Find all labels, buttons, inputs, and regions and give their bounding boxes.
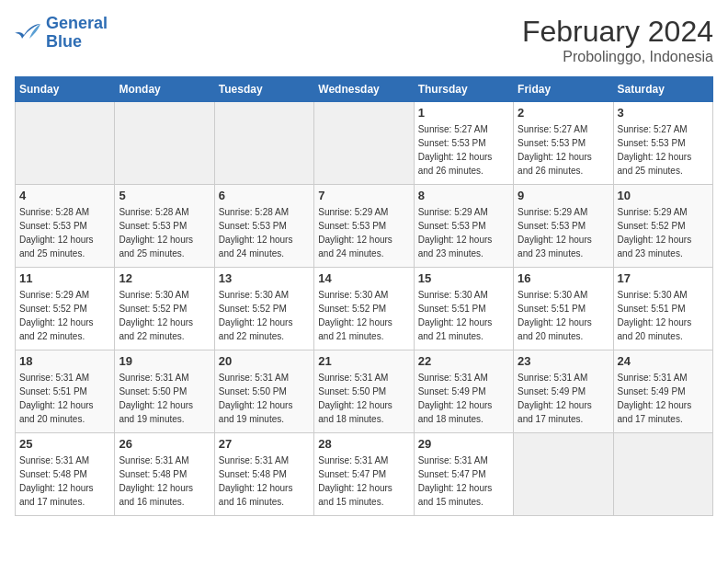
table-row: 8Sunrise: 5:29 AMSunset: 5:53 PMDaylight… [414,185,513,268]
table-row: 24Sunrise: 5:31 AMSunset: 5:49 PMDayligh… [613,350,712,433]
table-row [314,102,414,185]
table-row: 17Sunrise: 5:30 AMSunset: 5:51 PMDayligh… [613,268,712,350]
day-info: Sunrise: 5:28 AMSunset: 5:53 PMDaylight:… [119,205,210,260]
table-row: 7Sunrise: 5:29 AMSunset: 5:53 PMDaylight… [314,185,414,268]
table-row: 19Sunrise: 5:31 AMSunset: 5:50 PMDayligh… [115,350,214,433]
table-row [115,102,214,185]
day-number: 19 [119,354,210,368]
day-number: 26 [119,437,210,451]
table-row: 23Sunrise: 5:31 AMSunset: 5:49 PMDayligh… [514,350,613,433]
day-info: Sunrise: 5:31 AMSunset: 5:48 PMDaylight:… [219,454,310,509]
day-info: Sunrise: 5:29 AMSunset: 5:52 PMDaylight:… [618,205,709,260]
logo-text-line1: General [46,15,108,33]
calendar-week-row: 1Sunrise: 5:27 AMSunset: 5:53 PMDaylight… [16,102,713,185]
day-number: 16 [518,271,609,285]
day-info: Sunrise: 5:31 AMSunset: 5:50 PMDaylight:… [318,371,409,426]
calendar-table: Sunday Monday Tuesday Wednesday Thursday… [15,76,713,516]
calendar-subtitle: Probolinggo, Indonesia [522,49,713,65]
table-row: 18Sunrise: 5:31 AMSunset: 5:51 PMDayligh… [16,350,115,433]
calendar-week-row: 18Sunrise: 5:31 AMSunset: 5:51 PMDayligh… [16,350,713,433]
header-wednesday: Wednesday [314,77,414,102]
day-info: Sunrise: 5:27 AMSunset: 5:53 PMDaylight:… [418,122,509,178]
table-row: 26Sunrise: 5:31 AMSunset: 5:48 PMDayligh… [115,433,214,516]
day-info: Sunrise: 5:31 AMSunset: 5:51 PMDaylight:… [19,371,110,426]
table-row: 28Sunrise: 5:31 AMSunset: 5:47 PMDayligh… [314,433,414,516]
day-info: Sunrise: 5:27 AMSunset: 5:53 PMDaylight:… [518,122,609,178]
day-number: 21 [318,354,409,368]
header-saturday: Saturday [613,77,712,102]
day-info: Sunrise: 5:30 AMSunset: 5:52 PMDaylight:… [318,288,409,343]
day-number: 14 [318,271,409,285]
table-row: 3Sunrise: 5:27 AMSunset: 5:53 PMDaylight… [613,102,712,185]
day-info: Sunrise: 5:28 AMSunset: 5:53 PMDaylight:… [219,205,310,260]
table-row: 16Sunrise: 5:30 AMSunset: 5:51 PMDayligh… [514,268,613,350]
day-info: Sunrise: 5:30 AMSunset: 5:51 PMDaylight:… [418,288,509,343]
day-number: 10 [618,189,709,202]
table-row: 1Sunrise: 5:27 AMSunset: 5:53 PMDaylight… [414,102,513,185]
day-info: Sunrise: 5:28 AMSunset: 5:53 PMDaylight:… [19,205,110,260]
table-row: 5Sunrise: 5:28 AMSunset: 5:53 PMDaylight… [115,185,214,268]
table-row [514,433,613,516]
day-info: Sunrise: 5:31 AMSunset: 5:49 PMDaylight:… [618,371,709,426]
day-number: 24 [618,354,709,368]
day-info: Sunrise: 5:31 AMSunset: 5:49 PMDaylight:… [418,371,509,426]
day-number: 28 [318,437,409,451]
day-number: 9 [518,189,609,202]
table-row: 25Sunrise: 5:31 AMSunset: 5:48 PMDayligh… [16,433,115,516]
logo-text-line2: Blue [46,33,108,52]
day-info: Sunrise: 5:31 AMSunset: 5:48 PMDaylight:… [119,454,210,509]
day-info: Sunrise: 5:31 AMSunset: 5:47 PMDaylight:… [318,454,409,509]
day-number: 18 [19,354,110,368]
day-number: 7 [318,189,409,202]
day-number: 6 [219,189,310,202]
header-sunday: Sunday [16,77,115,102]
day-number: 23 [518,354,609,368]
page-header: General Blue February 2024 Probolinggo, … [15,15,713,65]
table-row: 27Sunrise: 5:31 AMSunset: 5:48 PMDayligh… [214,433,313,516]
day-info: Sunrise: 5:29 AMSunset: 5:53 PMDaylight:… [318,205,409,260]
table-row: 14Sunrise: 5:30 AMSunset: 5:52 PMDayligh… [314,268,414,350]
day-number: 2 [518,106,609,120]
calendar-week-row: 4Sunrise: 5:28 AMSunset: 5:53 PMDaylight… [16,185,713,268]
day-info: Sunrise: 5:29 AMSunset: 5:53 PMDaylight:… [518,205,609,260]
day-number: 5 [119,189,210,202]
day-info: Sunrise: 5:30 AMSunset: 5:52 PMDaylight:… [219,288,310,343]
day-number: 8 [418,189,509,202]
day-info: Sunrise: 5:30 AMSunset: 5:51 PMDaylight:… [518,288,609,343]
table-row [16,102,115,185]
table-row: 9Sunrise: 5:29 AMSunset: 5:53 PMDaylight… [514,185,613,268]
title-block: February 2024 Probolinggo, Indonesia [522,15,713,65]
day-info: Sunrise: 5:31 AMSunset: 5:50 PMDaylight:… [119,371,210,426]
day-info: Sunrise: 5:30 AMSunset: 5:52 PMDaylight:… [119,288,210,343]
header-monday: Monday [115,77,214,102]
day-info: Sunrise: 5:31 AMSunset: 5:47 PMDaylight:… [418,454,509,509]
day-info: Sunrise: 5:29 AMSunset: 5:53 PMDaylight:… [418,205,509,260]
table-row: 4Sunrise: 5:28 AMSunset: 5:53 PMDaylight… [16,185,115,268]
table-row: 15Sunrise: 5:30 AMSunset: 5:51 PMDayligh… [414,268,513,350]
day-info: Sunrise: 5:31 AMSunset: 5:48 PMDaylight:… [19,454,110,509]
day-number: 15 [418,271,509,285]
table-row [214,102,313,185]
day-info: Sunrise: 5:30 AMSunset: 5:51 PMDaylight:… [618,288,709,343]
day-number: 12 [119,271,210,285]
day-number: 17 [618,271,709,285]
table-row [613,433,712,516]
header-tuesday: Tuesday [214,77,313,102]
day-info: Sunrise: 5:31 AMSunset: 5:50 PMDaylight:… [219,371,310,426]
day-number: 3 [618,106,709,120]
logo: General Blue [15,15,108,52]
table-row: 13Sunrise: 5:30 AMSunset: 5:52 PMDayligh… [214,268,313,350]
header-thursday: Thursday [414,77,513,102]
calendar-header-row: Sunday Monday Tuesday Wednesday Thursday… [16,77,713,102]
day-number: 29 [418,437,509,451]
table-row: 10Sunrise: 5:29 AMSunset: 5:52 PMDayligh… [613,185,712,268]
day-info: Sunrise: 5:31 AMSunset: 5:49 PMDaylight:… [518,371,609,426]
day-number: 20 [219,354,310,368]
day-number: 4 [19,189,110,202]
day-info: Sunrise: 5:27 AMSunset: 5:53 PMDaylight:… [618,122,709,178]
day-number: 22 [418,354,509,368]
day-number: 1 [418,106,509,120]
calendar-title: February 2024 [522,15,713,49]
table-row: 2Sunrise: 5:27 AMSunset: 5:53 PMDaylight… [514,102,613,185]
day-number: 27 [219,437,310,451]
